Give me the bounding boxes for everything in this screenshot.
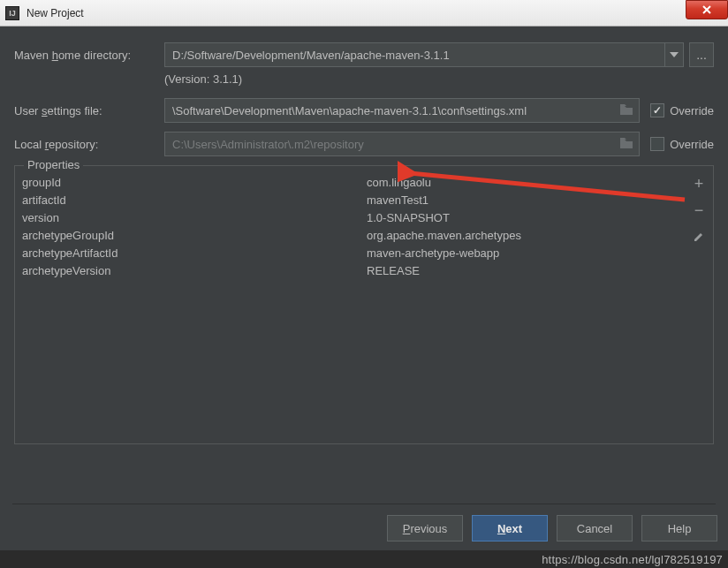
maven-home-dropdown[interactable]: D:/Software/Development/Maven/apache-mav… (164, 42, 665, 67)
properties-legend: Properties (24, 158, 83, 171)
table-row[interactable]: archetypeGroupIdorg.apache.maven.archety… (17, 226, 685, 244)
properties-panel: Properties groupIdcom.lingaolu artifactI… (14, 165, 714, 444)
dialog-content: Maven home directory: D:/Software/Develo… (0, 27, 728, 550)
table-row[interactable]: artifactIdmavenTest1 (17, 191, 685, 208)
local-repo-override-label: Override (670, 138, 714, 151)
table-row[interactable]: archetypeArtifactIdmaven-archetype-webap… (17, 244, 685, 261)
edit-property-button[interactable] (688, 226, 709, 247)
local-repo-override-checkbox[interactable] (650, 137, 664, 151)
maven-home-browse-button[interactable]: ... (689, 42, 714, 67)
user-settings-label: User settings file: (14, 104, 164, 117)
titlebar: IJ New Project (0, 0, 728, 27)
local-repo-input[interactable]: C:\Users\Administrator\.m2\repository (164, 132, 640, 156)
separator (12, 504, 716, 504)
user-settings-override-checkbox[interactable] (650, 103, 664, 117)
user-settings-override-label: Override (670, 104, 714, 117)
user-settings-value: \Software\Development\Maven\apache-maven… (172, 104, 527, 117)
remove-property-button[interactable]: − (688, 200, 709, 221)
app-icon: IJ (5, 6, 19, 20)
window-close-button[interactable] (686, 0, 728, 19)
folder-icon[interactable] (619, 137, 633, 149)
folder-icon[interactable] (619, 103, 633, 116)
table-row[interactable]: version1.0-SNAPSHOT (17, 208, 685, 226)
table-row[interactable]: archetypeVersionRELEASE (17, 261, 685, 279)
maven-home-value: D:/Software/Development/Maven/apache-mav… (172, 49, 450, 62)
add-property-button[interactable]: + (688, 173, 709, 194)
next-button[interactable]: Next (472, 515, 548, 541)
user-settings-input[interactable]: \Software\Development\Maven\apache-maven… (164, 98, 640, 123)
table-row[interactable]: groupIdcom.lingaolu (17, 173, 685, 191)
local-repo-label: Local repository: (14, 138, 164, 151)
previous-button[interactable]: Previous (387, 515, 463, 541)
maven-home-dropdown-arrow[interactable] (664, 42, 684, 67)
local-repo-value: C:\Users\Administrator\.m2\repository (172, 138, 364, 151)
watermark-text: https://blog.csdn.net/lgl782519197 (542, 553, 723, 566)
maven-home-label: Maven home directory: (14, 49, 164, 62)
window-title: New Project (27, 7, 84, 19)
cancel-button[interactable]: Cancel (557, 515, 633, 541)
maven-version-text: (Version: 3.1.1) (164, 72, 714, 86)
help-button[interactable]: Help (641, 515, 717, 541)
properties-table: groupIdcom.lingaolu artifactIdmavenTest1… (17, 173, 685, 279)
